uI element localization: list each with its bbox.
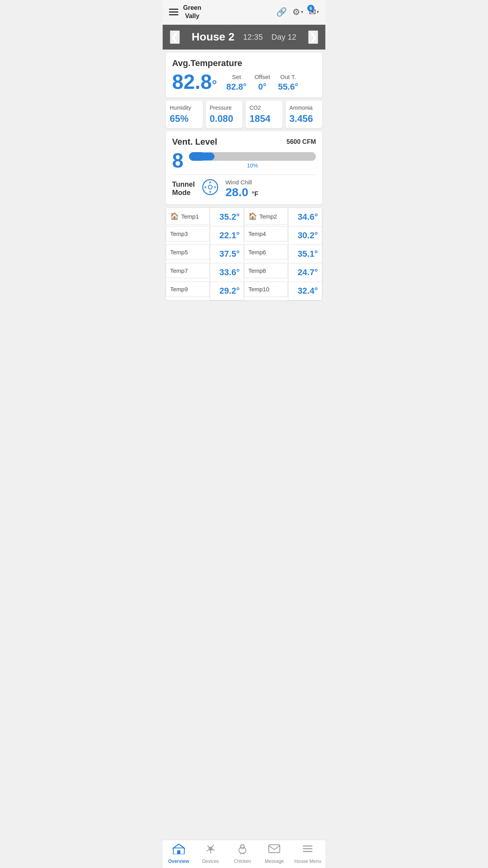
temp-name-left: Temp9 (166, 281, 210, 297)
vent-slider[interactable] (189, 152, 316, 161)
temp-name-left: Temp3 (166, 226, 210, 241)
outt-value: 55.6° (278, 82, 298, 92)
avg-temp-label: Avg.Temperature (172, 58, 316, 68)
wind-chill-unit: °F (251, 190, 258, 198)
table-row: 🏠Temp135.2°🏠Temp234.6° (166, 208, 322, 226)
pressure-value: 0.080 (210, 113, 233, 124)
svg-point-1 (208, 185, 212, 189)
settings-button[interactable]: ⚙ ▾ (292, 7, 303, 17)
avg-temperature-card: Avg.Temperature 82.8° Set 82.8° Offset 0… (166, 53, 322, 97)
temp-val-left: 29.2° (210, 281, 244, 300)
vent-slider-area: 10% (189, 152, 316, 169)
temp-val-left: 22.1° (210, 226, 244, 245)
temp-val-right: 34.6° (288, 208, 322, 226)
ammonia-label: Ammonia (290, 105, 313, 111)
avg-temp-value: 82.8° (172, 72, 217, 92)
table-row: Temp929.2°Temp1032.4° (166, 281, 322, 300)
table-row: Temp733.6°Temp824.7° (166, 263, 322, 281)
temp-val-left: 35.2° (210, 208, 244, 226)
avg-temp-details: Set 82.8° Offset 0° Out T. 55.6° (226, 74, 298, 92)
co2-value: 1854 (250, 113, 270, 124)
set-label: Set (232, 74, 241, 80)
house-icon-right: 🏠 (248, 212, 257, 221)
temp-name-right: Temp8 (244, 263, 288, 278)
vent-level-number: 8 (172, 150, 183, 171)
humidity-card[interactable]: Humidity 65% (166, 101, 203, 128)
vent-percent: 10% (189, 162, 316, 169)
vent-divider (172, 175, 316, 175)
vent-header: Vent. Level 5600 CFM (172, 137, 316, 147)
next-house-button[interactable]: ❯ (308, 30, 318, 44)
house-header: ❮ House 2 12:35 Day 12 ❯ (163, 25, 325, 50)
set-value: 82.8° (226, 82, 247, 92)
co2-card[interactable]: CO2 1854 (246, 101, 283, 128)
wind-chill-label: Wind Chill (226, 179, 259, 186)
vent-bottom: Tunnel Mode Wind Chill 28.0 °F (172, 179, 316, 199)
mail-caret-icon: ▾ (317, 9, 319, 15)
temp-grid-card: 🏠Temp135.2°🏠Temp234.6°Temp322.1°Temp430.… (166, 208, 322, 300)
sensors-row: Humidity 65% Pressure 0.080 CO2 1854 Amm… (166, 101, 322, 128)
tunnel-mode-label: Tunnel Mode (172, 180, 195, 197)
slider-thumb (200, 153, 215, 160)
mail-button[interactable]: 6 ✉ ▾ (309, 7, 319, 17)
house-name: House 2 (192, 31, 235, 43)
temp-name-left: 🏠Temp1 (166, 208, 210, 225)
wind-chill-area: Wind Chill 28.0 °F (226, 179, 259, 199)
location-title[interactable]: Green Vally (183, 4, 201, 20)
tunnel-mode-icon[interactable] (202, 179, 218, 199)
temp-name-right: Temp4 (244, 226, 288, 241)
wind-chill-value: 28.0 °F (226, 186, 259, 199)
temp-name-right: 🏠Temp2 (244, 208, 288, 225)
offset-temp-detail: Offset 0° (255, 74, 270, 92)
temp-val-right: 32.4° (288, 281, 322, 300)
nav-left: Green Vally (169, 4, 201, 20)
house-time: 12:35 (243, 33, 263, 42)
pressure-label: Pressure (210, 105, 232, 111)
hamburger-icon[interactable] (169, 9, 178, 15)
prev-house-button[interactable]: ❮ (170, 30, 180, 44)
humidity-value: 65% (170, 113, 189, 124)
temp-name-left: Temp7 (166, 263, 210, 278)
gear-icon: ⚙ (292, 7, 300, 17)
outt-label: Out T. (280, 74, 296, 80)
table-row: Temp322.1°Temp430.2° (166, 226, 322, 245)
offset-label: Offset (255, 74, 270, 80)
temp-val-left: 33.6° (210, 263, 244, 281)
temp-val-left: 37.5° (210, 245, 244, 263)
table-row: Temp537.5°Temp635.1° (166, 245, 322, 263)
offset-value: 0° (258, 82, 266, 92)
ammonia-value: 3.456 (290, 113, 313, 124)
set-temp-detail: Set 82.8° (226, 74, 247, 92)
house-icon-left: 🏠 (170, 212, 179, 221)
vent-title: Vent. Level (172, 137, 217, 147)
pressure-card[interactable]: Pressure 0.080 (206, 101, 243, 128)
outt-temp-detail: Out T. 55.6° (278, 74, 298, 92)
temp-val-right: 24.7° (288, 263, 322, 281)
temp-val-right: 30.2° (288, 226, 322, 245)
main-content: Avg.Temperature 82.8° Set 82.8° Offset 0… (163, 50, 325, 334)
top-nav: Green Vally 🔗 ⚙ ▾ 6 ✉ ▾ (163, 0, 325, 25)
temp-grid: 🏠Temp135.2°🏠Temp234.6°Temp322.1°Temp430.… (166, 208, 322, 300)
ammonia-card[interactable]: Ammonia 3.456 (286, 101, 323, 128)
temp-name-right: Temp6 (244, 245, 288, 260)
temp-val-right: 35.1° (288, 245, 322, 263)
temp-name-left: Temp5 (166, 245, 210, 260)
gear-caret-icon: ▾ (301, 9, 303, 15)
nav-right: 🔗 ⚙ ▾ 6 ✉ ▾ (276, 7, 319, 17)
vent-body: 8 10% (172, 150, 316, 171)
house-day: Day 12 (272, 33, 296, 42)
co2-label: CO2 (250, 105, 261, 111)
house-info: House 2 12:35 Day 12 (192, 31, 296, 43)
vent-level-card: Vent. Level 5600 CFM 8 10% Tunnel Mode (166, 131, 322, 204)
avg-temp-row: 82.8° Set 82.8° Offset 0° Out T. 55.6° (172, 72, 316, 92)
humidity-label: Humidity (170, 105, 191, 111)
vent-cfm: 5600 CFM (286, 138, 316, 145)
link-icon[interactable]: 🔗 (276, 7, 287, 17)
temp-name-right: Temp10 (244, 281, 288, 297)
mail-badge: 6 (307, 5, 314, 12)
